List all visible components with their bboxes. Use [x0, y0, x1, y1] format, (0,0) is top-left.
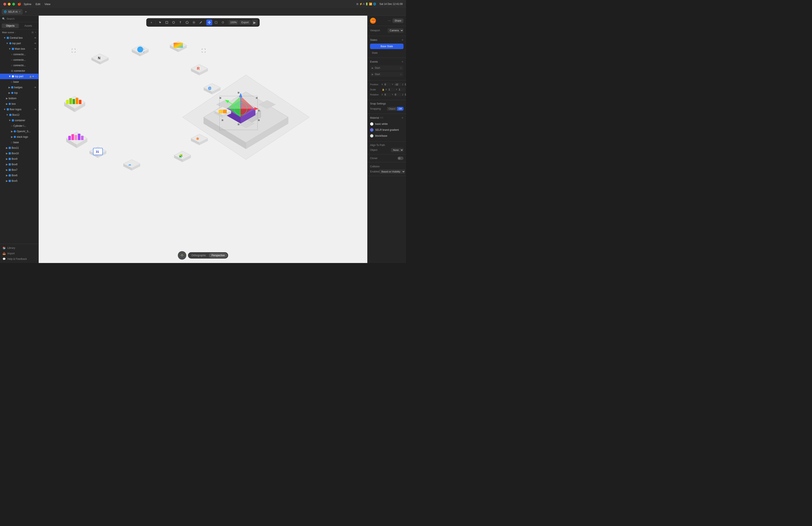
base-state-button[interactable]: Base State	[370, 44, 404, 49]
import-item[interactable]: 📥 Import	[0, 251, 39, 256]
minimize-button[interactable]	[8, 3, 11, 5]
traffic-lights[interactable]	[3, 3, 15, 5]
tree-item-box5[interactable]: ▶ Box5	[0, 178, 39, 184]
material-name-white: basic white	[375, 123, 388, 126]
tree-item-base1[interactable]: □ base	[0, 79, 39, 85]
collision-select[interactable]: Based on Visibility	[379, 170, 405, 174]
tree-item-base2[interactable]: □ base	[0, 140, 39, 145]
tab-assets[interactable]: Assets	[20, 24, 37, 28]
tab-close-icon[interactable]: ✕	[19, 11, 20, 13]
cloner-toggle[interactable]	[397, 157, 404, 160]
material-item-selr[interactable]: SELR brand gradient	[370, 127, 404, 132]
tree-item-box10[interactable]: ▶ Box10	[0, 151, 39, 156]
pen-tool[interactable]	[198, 19, 204, 25]
polygon-tool[interactable]	[184, 19, 190, 25]
canvas-view[interactable]: N	[39, 16, 367, 263]
tree-item-top[interactable]: ▶ top	[0, 90, 39, 96]
tree-item-box8[interactable]: ▶ Box8	[0, 162, 39, 167]
tree-item-box[interactable]: ▶ box	[0, 101, 39, 106]
viewport-select[interactable]: Camera	[388, 28, 404, 33]
tree-item-badges[interactable]: ▶ badges 👁	[0, 85, 39, 90]
tree-item-floorlogos[interactable]: ▼ floor logos 👁	[0, 106, 39, 112]
grid-icon[interactable]: ⊞	[31, 31, 34, 34]
maximize-button[interactable]	[12, 3, 15, 5]
view-menu[interactable]: View	[45, 2, 50, 6]
tree-item-box11[interactable]: ▶ Box11	[0, 145, 39, 151]
rotation-y[interactable]: 0	[394, 93, 401, 97]
new-tab-button[interactable]: +	[24, 10, 28, 14]
zoom-level[interactable]: 100%	[229, 20, 238, 25]
tree-item-connector4[interactable]: ⊞ connector	[0, 68, 39, 74]
align-select[interactable]: None	[391, 148, 404, 152]
tree-item-openai[interactable]: ▶ OpenAI_S...	[0, 129, 39, 134]
select-tool[interactable]	[157, 19, 163, 25]
tree-item-slack[interactable]: ▶ slack logo	[0, 134, 39, 140]
move-tool[interactable]	[206, 19, 212, 25]
scale-y[interactable]: 1	[398, 88, 405, 91]
lock-icon[interactable]: 🔒	[382, 88, 385, 91]
lock-icon[interactable]: 🔒	[29, 75, 32, 77]
star-tool[interactable]	[191, 19, 197, 25]
tree-item-mainbox[interactable]: ▼ Main box 👁	[0, 46, 39, 52]
visibility-icon[interactable]: 👁	[34, 86, 37, 89]
edit-menu[interactable]: Edit	[35, 2, 40, 6]
export-button[interactable]: Export	[240, 20, 251, 25]
tree-item-toppart-selected[interactable]: ▼ top part 🔒 👁 ⋯	[0, 74, 39, 79]
box-tool[interactable]	[164, 19, 170, 25]
scale-x[interactable]: 1	[388, 88, 395, 91]
tree-item-connector2[interactable]: ○ connecto...	[0, 57, 39, 62]
add-event-button[interactable]: +	[402, 60, 404, 64]
visibility-icon[interactable]: 👁	[34, 42, 37, 45]
tab-objects[interactable]: Objects	[2, 24, 19, 28]
event-row-1[interactable]: ▶ Start ⊙	[370, 66, 404, 70]
tree-item-connector3[interactable]: ○ connecto...	[0, 62, 39, 68]
more-icon[interactable]: ⋯	[35, 75, 37, 77]
tree-item-connector1[interactable]: ○ connecto...	[0, 52, 39, 57]
library-item[interactable]: 📚 Library	[0, 245, 39, 251]
help-item[interactable]: 💬 Help & Feedback	[0, 256, 39, 262]
event-row-2[interactable]: ▶ Start ⊙	[370, 72, 404, 77]
material-item-block[interactable]: block/base	[370, 133, 404, 138]
position-x[interactable]: 0	[383, 83, 391, 86]
state-item[interactable]: State	[370, 51, 404, 55]
tree-item-bottom[interactable]: ▶ bottom	[0, 96, 39, 101]
add-material-button[interactable]: +	[402, 116, 404, 120]
perspective-button[interactable]: Perspective	[209, 253, 227, 258]
orthographic-button[interactable]: Orthographic	[189, 253, 208, 258]
rotation-x[interactable]: 0	[383, 93, 391, 97]
tree-item-box6[interactable]: ▶ Box6	[0, 173, 39, 178]
position-z[interactable]: 0	[404, 83, 406, 86]
canvas-area[interactable]: + T	[39, 16, 367, 263]
tree-item-box7[interactable]: ▶ Box7	[0, 167, 39, 173]
visibility-icon[interactable]: 👁	[34, 37, 37, 39]
expand-icon: ▼	[6, 42, 9, 45]
add-button[interactable]: +	[148, 19, 154, 25]
snap-off-button[interactable]: Off	[397, 107, 404, 111]
text-tool[interactable]: T	[177, 19, 183, 25]
hide-icon[interactable]: 👁	[32, 75, 34, 77]
shape-tool[interactable]	[213, 19, 219, 25]
tree-item-centralbox[interactable]: ▼ Central box 👁	[0, 35, 39, 41]
share-button[interactable]: Share	[392, 18, 404, 23]
tree-item-box12[interactable]: ▼ Box12	[0, 112, 39, 118]
close-button[interactable]	[3, 3, 6, 5]
search-input[interactable]	[6, 17, 38, 20]
visibility-icon[interactable]: 👁	[34, 48, 37, 50]
material-item-white[interactable]: basic white	[370, 122, 404, 127]
tree-item-container[interactable]: ▼ container	[0, 118, 39, 123]
visibility-icon[interactable]: 👁	[34, 108, 37, 111]
snap-object-button[interactable]: Object	[387, 107, 397, 111]
material-tool[interactable]	[220, 19, 226, 25]
circle-tool[interactable]	[171, 19, 177, 25]
add-state-button[interactable]: +	[402, 38, 404, 42]
app-tab[interactable]: 🌐 SELR AI ✕	[2, 9, 23, 15]
position-y[interactable]: -12	[394, 83, 401, 86]
rotation-z[interactable]: 0	[404, 93, 406, 97]
tree-item-box9[interactable]: ▶ Box9	[0, 156, 39, 162]
more-options-icon[interactable]: ⋯	[388, 19, 391, 23]
add-scene-icon[interactable]: +	[35, 31, 37, 34]
play-button[interactable]: ▶	[252, 19, 258, 25]
scene-dots-button[interactable]	[178, 251, 186, 260]
tree-item-toppart1[interactable]: ▼ top part 👁	[0, 41, 39, 46]
tree-item-cylinder[interactable]: ○ Cylinder l...	[0, 123, 39, 129]
